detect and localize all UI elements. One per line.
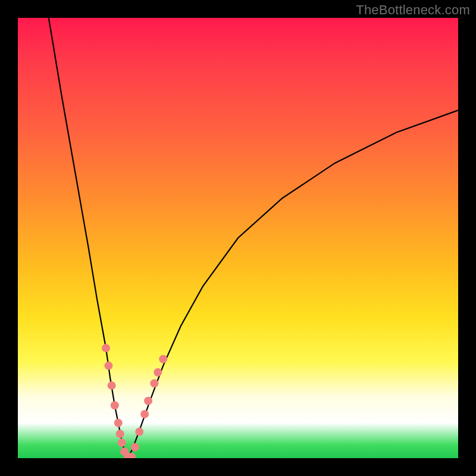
- curve-right-branch: [128, 110, 458, 458]
- marker-dot: [144, 397, 152, 405]
- marker-dot: [135, 428, 143, 436]
- marker-dot: [131, 443, 139, 452]
- marker-dot: [104, 362, 112, 370]
- marker-dot: [150, 379, 158, 387]
- marker-dot: [140, 410, 149, 418]
- marker-dot: [108, 381, 116, 390]
- marker-dot: [154, 368, 162, 377]
- marker-dot: [114, 419, 123, 427]
- marker-dots-layer: [102, 344, 167, 458]
- watermark-text: TheBottleneck.com: [356, 2, 470, 18]
- marker-dot: [159, 355, 167, 364]
- chart-svg: [18, 18, 458, 458]
- marker-dot: [118, 439, 126, 447]
- curve-left-branch: [49, 18, 128, 458]
- marker-dot: [116, 430, 124, 438]
- outer-black-frame: TheBottleneck.com: [0, 0, 476, 476]
- marker-dot: [111, 401, 119, 409]
- plot-area: [18, 18, 458, 458]
- marker-dot: [102, 344, 110, 352]
